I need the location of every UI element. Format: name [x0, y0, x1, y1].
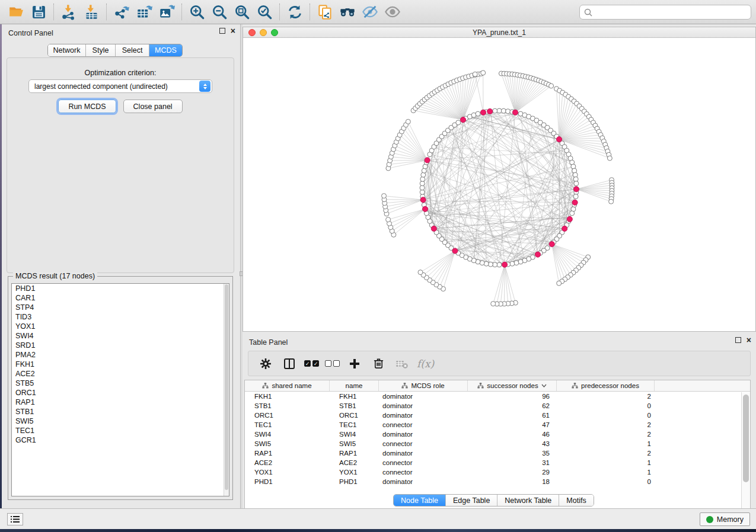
zoom-out-icon[interactable]	[208, 2, 231, 22]
table-tabs: Node TableEdge TableNetwork TableMotifs	[393, 494, 594, 507]
cell-predecessor-nodes: 2	[557, 431, 655, 438]
list-scrollbar-thumb[interactable]	[225, 284, 228, 490]
tab-node-table[interactable]: Node Table	[394, 495, 446, 506]
import-table-icon[interactable]	[80, 2, 103, 22]
column-header-successor-nodes[interactable]: successor nodes	[468, 380, 557, 391]
table-row[interactable]: ACE2ACE2connector311	[245, 458, 750, 467]
float-panel-icon[interactable]	[219, 28, 225, 34]
zoom-in-icon[interactable]	[186, 2, 208, 22]
table-row[interactable]: TEC1TEC1connector472	[245, 420, 750, 430]
mcds-result-item[interactable]: GCR1	[12, 435, 229, 445]
show-columns-icon[interactable]	[280, 355, 298, 373]
tab-motifs[interactable]: Motifs	[559, 495, 593, 506]
tab-style[interactable]: Style	[86, 44, 116, 56]
main-toolbar	[0, 0, 756, 24]
desktop-wallpaper-edge	[0, 529, 756, 532]
table-row[interactable]: RAP1RAP1dominator352	[245, 448, 750, 458]
memory-button[interactable]: Memory	[700, 512, 750, 526]
mcds-result-item[interactable]: STB1	[12, 407, 229, 416]
table-row[interactable]: ORC1ORC1dominator610	[245, 411, 750, 420]
cell-predecessor-nodes: 0	[557, 402, 655, 409]
table-panel-title: Table Panel	[249, 338, 288, 347]
optimization-criterion-dropdown[interactable]: largest connected component (undirected)	[28, 79, 212, 93]
node-table: shared namenameMCDS rolesuccessor nodesp…	[244, 380, 751, 530]
search-input[interactable]	[579, 5, 751, 20]
float-table-panel-icon[interactable]	[735, 337, 741, 343]
cell-MCDS-role: connector	[379, 469, 468, 476]
run-mcds-button[interactable]: Run MCDS	[58, 100, 116, 113]
table-row[interactable]: PHD1PHD1dominator180	[245, 477, 750, 486]
tab-select[interactable]: Select	[116, 44, 149, 56]
cell-shared-name: PHD1	[245, 478, 330, 485]
mcds-result-item[interactable]: TEC1	[12, 426, 229, 435]
export-table-icon[interactable]	[133, 2, 155, 22]
delete-column-icon[interactable]	[369, 355, 387, 373]
cell-name: PHD1	[330, 478, 379, 485]
tab-edge-table[interactable]: Edge Table	[446, 495, 497, 506]
tab-network[interactable]: Network	[48, 44, 86, 56]
mcds-result-item[interactable]: FKH1	[12, 360, 229, 369]
cell-MCDS-role: dominator	[379, 431, 468, 438]
table-row[interactable]: SWI4SWI4dominator462	[245, 430, 750, 439]
export-network-icon[interactable]	[110, 2, 133, 22]
close-panel-icon[interactable]: ×	[231, 28, 235, 34]
network-graph[interactable]	[243, 39, 755, 331]
table-scrollbar-thumb[interactable]	[743, 395, 749, 482]
mcds-result-item[interactable]: RAP1	[12, 398, 229, 407]
table-row[interactable]: SWI5SWI5connector431	[245, 439, 750, 448]
cell-successor-nodes: 47	[468, 421, 557, 428]
network-canvas[interactable]	[243, 39, 755, 331]
import-network-icon[interactable]	[58, 2, 80, 22]
table-row[interactable]: YOX1YOX1connector291	[245, 467, 750, 477]
table-row[interactable]: FKH1FKH1dominator962	[245, 392, 750, 401]
zoom-fit-icon[interactable]	[231, 2, 253, 22]
tab-network-table[interactable]: Network Table	[497, 495, 559, 506]
add-column-icon[interactable]	[346, 355, 363, 373]
table-row[interactable]: STB1STB1dominator620	[245, 401, 750, 411]
close-table-panel-icon[interactable]: ×	[747, 337, 751, 343]
mcds-result-item[interactable]: ORC1	[12, 388, 229, 398]
export-image-icon[interactable]	[155, 2, 178, 22]
mcds-result-item[interactable]: PMA2	[12, 350, 229, 360]
column-header-shared-name[interactable]: shared name	[245, 380, 330, 391]
mcds-result-item[interactable]: SRD1	[12, 341, 229, 350]
search-box	[579, 5, 751, 20]
mcds-result-item[interactable]: SWI4	[12, 331, 229, 341]
cell-shared-name: ACE2	[245, 459, 330, 466]
open-session-icon[interactable]	[5, 2, 27, 22]
mcds-result-item[interactable]: SWI5	[12, 416, 229, 426]
cell-name: STB1	[330, 402, 379, 409]
mcds-result-item[interactable]: ACE2	[12, 369, 229, 379]
save-session-icon[interactable]	[27, 2, 50, 22]
show-hidden-icon[interactable]	[381, 2, 404, 22]
mcds-result-item[interactable]: CAR1	[12, 293, 229, 303]
mcds-result-item[interactable]: TID3	[12, 312, 229, 322]
mcds-result-item[interactable]: YOX1	[12, 322, 229, 331]
first-neighbors-icon[interactable]	[336, 2, 359, 22]
list-scrollbar[interactable]	[224, 284, 229, 496]
mcds-result-item[interactable]: STB5	[12, 379, 229, 388]
hide-selected-icon[interactable]	[359, 2, 381, 22]
column-header-name[interactable]: name	[330, 380, 379, 391]
dropdown-value: largest connected component (undirected)	[29, 82, 199, 91]
task-history-button[interactable]	[7, 513, 23, 525]
mcds-result-item[interactable]: STP4	[12, 303, 229, 312]
cell-predecessor-nodes: 2	[557, 450, 655, 457]
select-all-icon[interactable]: ✓✓	[304, 360, 319, 367]
control-panel-title: Control Panel	[8, 29, 53, 37]
cell-shared-name: YOX1	[245, 469, 330, 476]
cell-name: ORC1	[330, 412, 379, 419]
column-header-MCDS-role[interactable]: MCDS role	[379, 380, 468, 391]
refresh-layout-icon[interactable]	[283, 2, 306, 22]
close-panel-button[interactable]: Close panel	[123, 100, 183, 113]
column-header-predecessor-nodes[interactable]: predecessor nodes	[557, 380, 655, 391]
search-icon	[584, 8, 592, 17]
zoom-selected-icon[interactable]	[253, 2, 276, 22]
deselect-all-icon[interactable]	[325, 360, 340, 367]
mcds-result-item[interactable]: PHD1	[12, 284, 229, 293]
copy-network-view-icon[interactable]	[314, 2, 336, 22]
table-settings-icon[interactable]	[257, 355, 275, 373]
tab-mcds[interactable]: MCDS	[149, 44, 182, 56]
mcds-result-list[interactable]: PHD1CAR1STP4TID3YOX1SWI4SRD1PMA2FKH1ACE2…	[11, 283, 229, 496]
network-window-titlebar[interactable]: YPA_prune.txt_1	[243, 27, 755, 38]
